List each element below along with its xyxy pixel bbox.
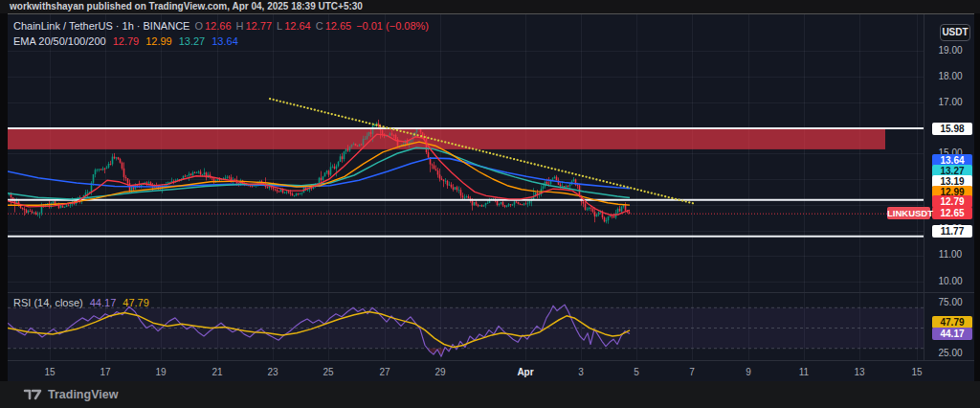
- price-tick: 19.00: [929, 46, 971, 56]
- price-label-pill: 12.65: [932, 207, 972, 219]
- ema-label[interactable]: EMA 20/50/100/200: [13, 35, 106, 47]
- time-tick: 19: [145, 367, 177, 377]
- time-tick: 15: [901, 367, 933, 377]
- price-tick: 10.00: [929, 277, 971, 286]
- change-value: −0.01 (−0.08%): [356, 20, 429, 32]
- time-tick: 23: [256, 367, 289, 377]
- chart-canvas[interactable]: [8, 14, 974, 381]
- rsi-label[interactable]: RSI (14, close): [13, 297, 83, 308]
- time-tick: 5: [620, 367, 653, 377]
- rsi-legend: RSI (14, close) 44.17 47.79: [13, 297, 149, 308]
- low-label: L: [277, 20, 282, 32]
- time-tick: 17: [89, 367, 122, 377]
- time-tick: 15: [33, 367, 66, 377]
- ema200-legend-value: 13.64: [212, 35, 238, 47]
- ema50-legend-value: 12.99: [145, 35, 172, 47]
- resistance-zone-tint: [8, 128, 885, 149]
- tradingview-snapshot: workwithshayan published on TradingView.…: [0, 0, 980, 408]
- high-value: 12.77: [245, 20, 272, 32]
- price-label-pill: 47.79: [932, 316, 972, 329]
- price-axis[interactable]: 19.0018.0017.0015.0012.0011.0010.0075.00…: [924, 14, 974, 360]
- time-tick: 7: [676, 367, 708, 377]
- price-tick: 11.00: [929, 250, 971, 260]
- price-tick: 18.00: [929, 72, 971, 81]
- price-label-pill: 15.98: [932, 123, 972, 135]
- time-tick: 25: [312, 367, 345, 377]
- time-tick: 11: [788, 367, 820, 377]
- rsi-value: 44.17: [90, 297, 117, 308]
- time-tick: 27: [368, 367, 401, 377]
- time-tick: 21: [201, 367, 234, 377]
- close-value: 12.65: [325, 20, 352, 32]
- symbol-legend: ChainLink / TetherUS · 1h · BINANCE O12.…: [13, 20, 429, 32]
- attribution-bar: workwithshayan published on TradingView.…: [0, 0, 980, 13]
- open-value: 12.66: [205, 20, 232, 32]
- time-axis[interactable]: 1517192123252729Apr3579111315: [8, 363, 924, 377]
- price-label-pill: 44.17: [932, 328, 972, 340]
- ema-values: 12.7912.9913.2713.64: [113, 35, 238, 47]
- tradingview-logo-icon[interactable]: [23, 388, 42, 401]
- symbol-price-tag: LINKUSDT: [887, 207, 930, 219]
- time-tick: 3: [565, 367, 597, 377]
- price-tick: 75.00: [929, 298, 971, 307]
- time-tick: 13: [843, 367, 876, 377]
- price-label-pill: 11.77: [932, 225, 972, 238]
- time-tick: 9: [732, 367, 765, 377]
- price-tick: 17.00: [929, 98, 971, 107]
- symbol-title[interactable]: ChainLink / TetherUS · 1h · BINANCE: [13, 20, 189, 32]
- time-tick: Apr: [509, 367, 542, 377]
- attribution-text: workwithshayan published on TradingView.…: [10, 1, 363, 11]
- high-label: H: [236, 20, 244, 32]
- rsi-band: [8, 307, 924, 348]
- open-label: O: [194, 20, 203, 32]
- bottom-bar: TradingView: [0, 381, 980, 408]
- currency-toggle-button[interactable]: USDT: [940, 24, 970, 41]
- ema100-legend-value: 13.27: [179, 35, 206, 47]
- rsi-ma-value: 47.79: [122, 297, 149, 308]
- close-label: C: [316, 20, 323, 32]
- ema-legend: EMA 20/50/100/200 12.7912.9913.2713.64: [13, 35, 238, 47]
- trendline[interactable]: [270, 99, 694, 203]
- ema20-legend-value: 12.79: [113, 35, 140, 47]
- chart-frame: ChainLink / TetherUS · 1h · BINANCE O12.…: [8, 13, 974, 381]
- low-value: 12.64: [284, 20, 311, 32]
- time-tick: 29: [424, 367, 457, 377]
- tradingview-logo-text[interactable]: TradingView: [48, 388, 118, 401]
- price-tick: 25.00: [929, 349, 971, 358]
